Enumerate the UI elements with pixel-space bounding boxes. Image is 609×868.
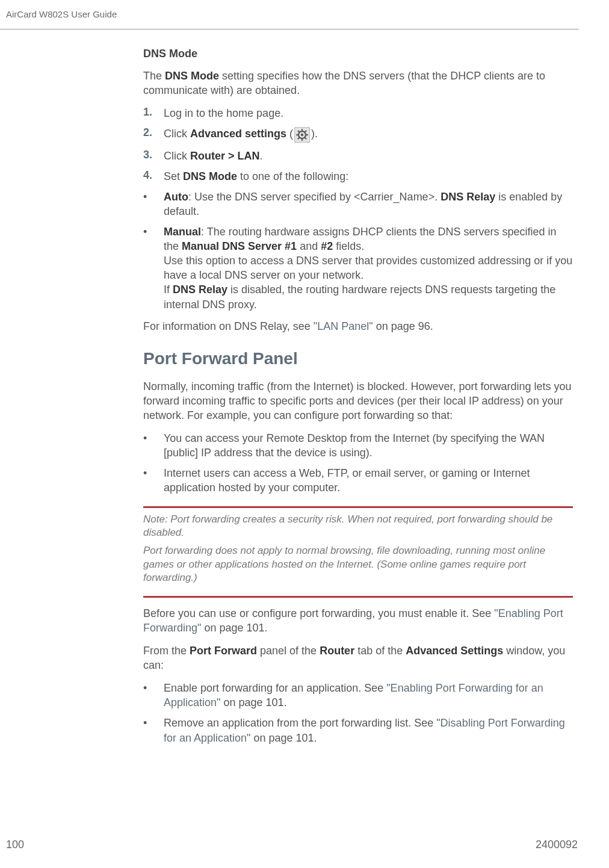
step-text: Log in to the home page. <box>164 106 573 120</box>
note-text: Note: Port forwarding creates a security… <box>143 513 573 540</box>
bullet-icon: • <box>143 466 164 480</box>
text: The <box>143 70 165 82</box>
manual-dns-1-label: Manual DNS Server #1 <box>182 240 297 252</box>
text: ). <box>311 128 318 140</box>
text: on page 101. <box>250 732 317 744</box>
text: Use this option to access a DNS server t… <box>164 255 572 281</box>
text: Remove an application from the port forw… <box>164 717 436 729</box>
pf-intro: Normally, incoming traffic (from the Int… <box>143 379 573 423</box>
list-item: • Remove an application from the port fo… <box>143 716 573 745</box>
step-text: Set DNS Mode to one of the following: <box>164 169 573 184</box>
text: Before you can use or configure port for… <box>143 607 494 619</box>
text: Port forwarding creates a security risk.… <box>143 513 552 538</box>
step-number: 3. <box>143 149 164 161</box>
dns-relay-ref: For information on DNS Relay, see "LAN P… <box>143 319 573 333</box>
dns-mode-label: DNS Mode <box>165 70 219 82</box>
item-text: Enable port forwarding for an applicatio… <box>164 681 573 710</box>
text: : Use the DNS server specified by <Carri… <box>188 191 441 203</box>
dns-relay-label: DNS Relay <box>173 284 227 296</box>
advanced-settings-label: Advanced Settings <box>406 645 503 657</box>
pf-from-para: From the Port Forward panel of the Route… <box>143 643 573 672</box>
bullet-icon: • <box>143 716 164 730</box>
advanced-settings-label: Advanced settings <box>190 128 286 140</box>
router-lan-label: Router > LAN <box>190 150 260 162</box>
doc-number: 2400092 <box>536 839 578 851</box>
svg-point-2 <box>301 133 303 135</box>
text: Set <box>164 170 183 182</box>
header-rule <box>0 29 579 29</box>
hash2-label: #2 <box>321 240 333 252</box>
step-2: 2. Click Advanced settings (). <box>143 126 573 142</box>
text: on page 101. <box>220 696 286 708</box>
router-label: Router <box>320 645 354 657</box>
text: From the <box>143 645 190 657</box>
heading-port-forward: Port Forward Panel <box>143 349 573 368</box>
dns-intro: The DNS Mode setting specifies how the D… <box>143 69 573 98</box>
page-content: DNS Mode The DNS Mode setting specifies … <box>143 48 573 745</box>
dns-relay-label: DNS Relay <box>441 191 495 203</box>
step-number: 1. <box>143 106 164 119</box>
list-item: • Enable port forwarding for an applicat… <box>143 681 573 710</box>
text: panel of the <box>257 645 320 657</box>
text: Click <box>164 150 190 162</box>
step-text: Click Router > LAN. <box>164 149 573 163</box>
auto-label: Auto <box>164 191 188 203</box>
step-3: 3. Click Router > LAN. <box>143 149 573 163</box>
item-text: You can access your Remote Desktop from … <box>164 431 573 460</box>
item-text: Remove an application from the port forw… <box>164 716 573 745</box>
step-text: Click Advanced settings (). <box>164 126 573 142</box>
manual-label: Manual <box>164 226 201 238</box>
step-number: 2. <box>143 126 164 139</box>
pf-can-list: • Enable port forwarding for an applicat… <box>143 681 573 745</box>
running-header: AirCard W802S User Guide <box>0 9 579 19</box>
text: fields. <box>333 240 364 252</box>
page-footer: 100 2400092 <box>6 839 578 851</box>
lan-panel-link[interactable]: "LAN Panel" <box>314 320 373 332</box>
text: on page 101. <box>201 622 267 634</box>
option-manual: • Manual: The routing hardware assigns D… <box>143 225 573 312</box>
bullet-icon: • <box>143 225 164 239</box>
text: on page 96. <box>373 320 433 332</box>
text: For information on DNS Relay, see <box>143 320 314 332</box>
text: to one of the following: <box>237 170 348 182</box>
list-item: • Internet users can access a Web, FTP, … <box>143 466 573 495</box>
text: . <box>260 150 263 162</box>
pf-examples: • You can access your Remote Desktop fro… <box>143 431 573 495</box>
page-number: 100 <box>6 839 24 851</box>
step-1: 1. Log in to the home page. <box>143 106 573 120</box>
option-auto: • Auto: Use the DNS server specified by … <box>143 190 573 219</box>
bullet-icon: • <box>143 681 164 695</box>
dns-options: • Auto: Use the DNS server specified by … <box>143 190 573 312</box>
text: tab of the <box>354 645 406 657</box>
option-text: Auto: Use the DNS server specified by <C… <box>164 190 573 219</box>
heading-dns-mode: DNS Mode <box>143 48 573 60</box>
step-4: 4. Set DNS Mode to one of the following: <box>143 169 573 184</box>
bullet-icon: • <box>143 431 164 445</box>
option-text: Manual: The routing hardware assigns DHC… <box>164 225 573 312</box>
text: ( <box>286 128 293 140</box>
text: Enable port forwarding for an applicatio… <box>164 682 386 694</box>
text: Click <box>164 128 190 140</box>
text: and <box>297 240 321 252</box>
list-item: • You can access your Remote Desktop fro… <box>143 431 573 460</box>
pf-enable-ref: Before you can use or configure port for… <box>143 606 573 635</box>
step-number: 4. <box>143 169 164 182</box>
port-forward-label: Port Forward <box>190 645 257 657</box>
note-label: Note: <box>143 513 170 525</box>
gear-icon <box>293 127 311 143</box>
dns-steps: 1. Log in to the home page. 2. Click Adv… <box>143 106 573 184</box>
note-top-rule <box>143 506 573 508</box>
item-text: Internet users can access a Web, FTP, or… <box>164 466 573 495</box>
bullet-icon: • <box>143 190 164 204</box>
text: If <box>164 284 173 296</box>
note-text: Port forwarding does not apply to normal… <box>143 544 573 584</box>
note-bottom-rule <box>143 596 573 598</box>
dns-mode-label: DNS Mode <box>183 170 237 182</box>
